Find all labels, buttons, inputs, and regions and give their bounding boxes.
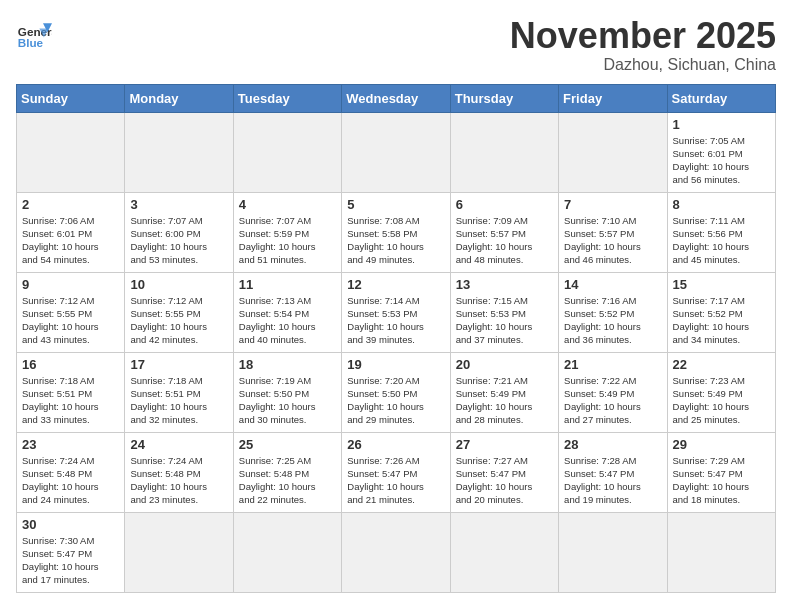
- day-info: Sunrise: 7:12 AM Sunset: 5:55 PM Dayligh…: [22, 294, 119, 347]
- day-info: Sunrise: 7:09 AM Sunset: 5:57 PM Dayligh…: [456, 214, 553, 267]
- day-info: Sunrise: 7:13 AM Sunset: 5:54 PM Dayligh…: [239, 294, 336, 347]
- calendar-week-row: 23Sunrise: 7:24 AM Sunset: 5:48 PM Dayli…: [17, 432, 776, 512]
- calendar-day-cell: 11Sunrise: 7:13 AM Sunset: 5:54 PM Dayli…: [233, 272, 341, 352]
- calendar-day-cell: 16Sunrise: 7:18 AM Sunset: 5:51 PM Dayli…: [17, 352, 125, 432]
- day-number: 18: [239, 357, 336, 372]
- day-info: Sunrise: 7:26 AM Sunset: 5:47 PM Dayligh…: [347, 454, 444, 507]
- calendar-day-cell: 19Sunrise: 7:20 AM Sunset: 5:50 PM Dayli…: [342, 352, 450, 432]
- svg-text:Blue: Blue: [18, 36, 44, 49]
- calendar-day-cell: 15Sunrise: 7:17 AM Sunset: 5:52 PM Dayli…: [667, 272, 775, 352]
- calendar-day-cell: 7Sunrise: 7:10 AM Sunset: 5:57 PM Daylig…: [559, 192, 667, 272]
- weekday-header-thursday: Thursday: [450, 84, 558, 112]
- logo-icon: General Blue: [16, 16, 52, 52]
- page-header: General Blue November 2025 Dazhou, Sichu…: [16, 16, 776, 74]
- calendar-day-cell: 12Sunrise: 7:14 AM Sunset: 5:53 PM Dayli…: [342, 272, 450, 352]
- calendar-day-cell: [450, 512, 558, 592]
- calendar-week-row: 30Sunrise: 7:30 AM Sunset: 5:47 PM Dayli…: [17, 512, 776, 592]
- day-info: Sunrise: 7:12 AM Sunset: 5:55 PM Dayligh…: [130, 294, 227, 347]
- calendar-day-cell: 9Sunrise: 7:12 AM Sunset: 5:55 PM Daylig…: [17, 272, 125, 352]
- day-info: Sunrise: 7:29 AM Sunset: 5:47 PM Dayligh…: [673, 454, 770, 507]
- calendar-day-cell: 13Sunrise: 7:15 AM Sunset: 5:53 PM Dayli…: [450, 272, 558, 352]
- calendar-day-cell: 2Sunrise: 7:06 AM Sunset: 6:01 PM Daylig…: [17, 192, 125, 272]
- day-info: Sunrise: 7:28 AM Sunset: 5:47 PM Dayligh…: [564, 454, 661, 507]
- weekday-header-row: SundayMondayTuesdayWednesdayThursdayFrid…: [17, 84, 776, 112]
- calendar-day-cell: [450, 112, 558, 192]
- day-number: 20: [456, 357, 553, 372]
- day-info: Sunrise: 7:18 AM Sunset: 5:51 PM Dayligh…: [130, 374, 227, 427]
- calendar-day-cell: 8Sunrise: 7:11 AM Sunset: 5:56 PM Daylig…: [667, 192, 775, 272]
- day-info: Sunrise: 7:08 AM Sunset: 5:58 PM Dayligh…: [347, 214, 444, 267]
- day-number: 28: [564, 437, 661, 452]
- day-number: 14: [564, 277, 661, 292]
- calendar-day-cell: 27Sunrise: 7:27 AM Sunset: 5:47 PM Dayli…: [450, 432, 558, 512]
- day-number: 8: [673, 197, 770, 212]
- calendar-day-cell: [559, 112, 667, 192]
- day-info: Sunrise: 7:07 AM Sunset: 5:59 PM Dayligh…: [239, 214, 336, 267]
- day-number: 25: [239, 437, 336, 452]
- calendar-day-cell: 6Sunrise: 7:09 AM Sunset: 5:57 PM Daylig…: [450, 192, 558, 272]
- calendar-day-cell: 30Sunrise: 7:30 AM Sunset: 5:47 PM Dayli…: [17, 512, 125, 592]
- day-number: 1: [673, 117, 770, 132]
- day-info: Sunrise: 7:30 AM Sunset: 5:47 PM Dayligh…: [22, 534, 119, 587]
- day-number: 19: [347, 357, 444, 372]
- day-info: Sunrise: 7:20 AM Sunset: 5:50 PM Dayligh…: [347, 374, 444, 427]
- calendar-day-cell: 18Sunrise: 7:19 AM Sunset: 5:50 PM Dayli…: [233, 352, 341, 432]
- title-block: November 2025 Dazhou, Sichuan, China: [510, 16, 776, 74]
- location: Dazhou, Sichuan, China: [510, 56, 776, 74]
- day-info: Sunrise: 7:11 AM Sunset: 5:56 PM Dayligh…: [673, 214, 770, 267]
- day-number: 17: [130, 357, 227, 372]
- calendar-day-cell: [233, 512, 341, 592]
- day-info: Sunrise: 7:24 AM Sunset: 5:48 PM Dayligh…: [22, 454, 119, 507]
- day-info: Sunrise: 7:19 AM Sunset: 5:50 PM Dayligh…: [239, 374, 336, 427]
- calendar-week-row: 1Sunrise: 7:05 AM Sunset: 6:01 PM Daylig…: [17, 112, 776, 192]
- calendar-day-cell: 10Sunrise: 7:12 AM Sunset: 5:55 PM Dayli…: [125, 272, 233, 352]
- day-number: 27: [456, 437, 553, 452]
- calendar-day-cell: 21Sunrise: 7:22 AM Sunset: 5:49 PM Dayli…: [559, 352, 667, 432]
- day-number: 13: [456, 277, 553, 292]
- day-info: Sunrise: 7:14 AM Sunset: 5:53 PM Dayligh…: [347, 294, 444, 347]
- day-number: 12: [347, 277, 444, 292]
- calendar-day-cell: 14Sunrise: 7:16 AM Sunset: 5:52 PM Dayli…: [559, 272, 667, 352]
- calendar-day-cell: 24Sunrise: 7:24 AM Sunset: 5:48 PM Dayli…: [125, 432, 233, 512]
- calendar-day-cell: [125, 112, 233, 192]
- weekday-header-sunday: Sunday: [17, 84, 125, 112]
- day-number: 11: [239, 277, 336, 292]
- weekday-header-wednesday: Wednesday: [342, 84, 450, 112]
- calendar-day-cell: 26Sunrise: 7:26 AM Sunset: 5:47 PM Dayli…: [342, 432, 450, 512]
- calendar-day-cell: [17, 112, 125, 192]
- calendar-day-cell: 1Sunrise: 7:05 AM Sunset: 6:01 PM Daylig…: [667, 112, 775, 192]
- day-number: 26: [347, 437, 444, 452]
- calendar-day-cell: 28Sunrise: 7:28 AM Sunset: 5:47 PM Dayli…: [559, 432, 667, 512]
- day-info: Sunrise: 7:24 AM Sunset: 5:48 PM Dayligh…: [130, 454, 227, 507]
- day-number: 23: [22, 437, 119, 452]
- weekday-header-monday: Monday: [125, 84, 233, 112]
- day-info: Sunrise: 7:27 AM Sunset: 5:47 PM Dayligh…: [456, 454, 553, 507]
- calendar-day-cell: 3Sunrise: 7:07 AM Sunset: 6:00 PM Daylig…: [125, 192, 233, 272]
- weekday-header-friday: Friday: [559, 84, 667, 112]
- day-number: 30: [22, 517, 119, 532]
- calendar-day-cell: [559, 512, 667, 592]
- calendar-week-row: 16Sunrise: 7:18 AM Sunset: 5:51 PM Dayli…: [17, 352, 776, 432]
- calendar-day-cell: [233, 112, 341, 192]
- day-info: Sunrise: 7:05 AM Sunset: 6:01 PM Dayligh…: [673, 134, 770, 187]
- day-number: 16: [22, 357, 119, 372]
- month-title: November 2025: [510, 16, 776, 56]
- calendar-week-row: 2Sunrise: 7:06 AM Sunset: 6:01 PM Daylig…: [17, 192, 776, 272]
- day-number: 6: [456, 197, 553, 212]
- calendar-day-cell: [342, 512, 450, 592]
- calendar-day-cell: 4Sunrise: 7:07 AM Sunset: 5:59 PM Daylig…: [233, 192, 341, 272]
- day-info: Sunrise: 7:21 AM Sunset: 5:49 PM Dayligh…: [456, 374, 553, 427]
- day-number: 15: [673, 277, 770, 292]
- day-number: 22: [673, 357, 770, 372]
- day-info: Sunrise: 7:10 AM Sunset: 5:57 PM Dayligh…: [564, 214, 661, 267]
- day-number: 7: [564, 197, 661, 212]
- calendar-day-cell: [667, 512, 775, 592]
- day-info: Sunrise: 7:07 AM Sunset: 6:00 PM Dayligh…: [130, 214, 227, 267]
- day-info: Sunrise: 7:16 AM Sunset: 5:52 PM Dayligh…: [564, 294, 661, 347]
- day-info: Sunrise: 7:18 AM Sunset: 5:51 PM Dayligh…: [22, 374, 119, 427]
- calendar-day-cell: 17Sunrise: 7:18 AM Sunset: 5:51 PM Dayli…: [125, 352, 233, 432]
- day-number: 21: [564, 357, 661, 372]
- day-info: Sunrise: 7:06 AM Sunset: 6:01 PM Dayligh…: [22, 214, 119, 267]
- day-number: 3: [130, 197, 227, 212]
- day-number: 29: [673, 437, 770, 452]
